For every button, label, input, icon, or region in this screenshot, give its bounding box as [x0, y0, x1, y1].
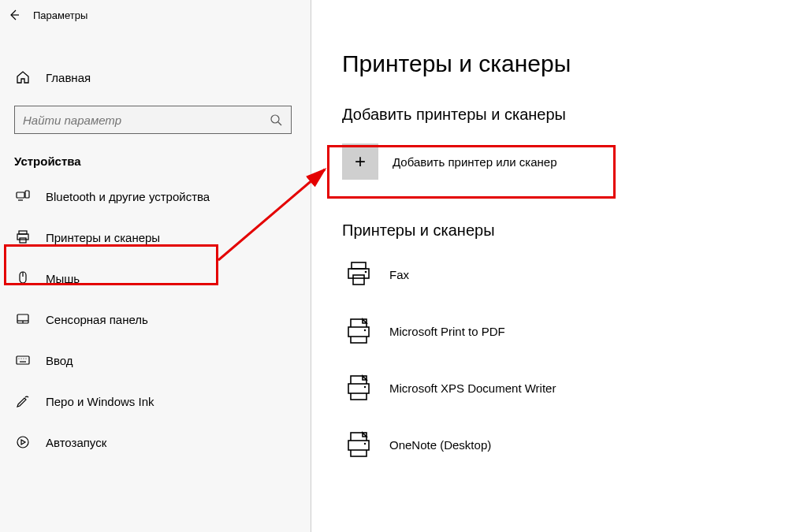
sidebar-item-label: Bluetooth и другие устройства — [46, 190, 210, 203]
home-icon — [14, 69, 32, 86]
svg-rect-13 — [17, 356, 29, 364]
autoplay-icon — [14, 433, 32, 451]
bluetooth-devices-icon — [14, 188, 32, 205]
add-printer-label: Добавить принтер или сканер — [393, 155, 557, 169]
page-title: Принтеры и сканеры — [342, 50, 789, 77]
sidebar-item-label: Принтеры и сканеры — [46, 231, 160, 244]
sidebar-item-label: Автозапуск — [46, 436, 106, 449]
printer-item-fax[interactable]: Fax — [342, 246, 789, 303]
svg-point-23 — [365, 271, 367, 273]
svg-rect-22 — [353, 275, 364, 285]
mouse-icon — [14, 270, 32, 287]
svg-point-17 — [25, 358, 26, 359]
keyboard-icon — [14, 352, 32, 369]
svg-rect-25 — [348, 327, 369, 337]
search-input[interactable] — [23, 113, 259, 127]
sidebar-item-bluetooth[interactable]: Bluetooth и другие устройства — [0, 176, 311, 217]
titlebar: Параметры — [0, 3, 311, 27]
touchpad-icon — [14, 311, 32, 328]
sidebar-item-label: Ввод — [46, 354, 73, 367]
printer-pdf-icon — [342, 314, 375, 348]
sidebar-item-mouse[interactable]: Мышь — [0, 258, 311, 299]
svg-rect-3 — [25, 191, 29, 198]
add-section-heading: Добавить принтеры и сканеры — [342, 106, 789, 124]
svg-rect-6 — [17, 234, 28, 240]
sidebar-item-touchpad[interactable]: Сенсорная панель — [0, 299, 311, 340]
svg-rect-28 — [348, 384, 369, 393]
printer-item-pdf[interactable]: Microsoft Print to PDF — [342, 303, 789, 359]
printer-label: Microsoft XPS Document Writer — [389, 381, 556, 395]
search-box[interactable] — [14, 106, 292, 134]
sidebar-item-label: Перо и Windows Ink — [46, 395, 154, 408]
printer-onenote-icon — [342, 428, 375, 461]
content-pane: Принтеры и сканеры Добавить принтеры и с… — [312, 0, 789, 532]
pen-icon — [14, 392, 32, 410]
svg-rect-7 — [20, 238, 26, 243]
printer-label: OneNote (Desktop) — [389, 438, 491, 452]
sidebar: Параметры Главная Устройства Bluetooth и… — [0, 0, 311, 532]
printer-item-onenote[interactable]: OneNote (Desktop) — [342, 416, 789, 473]
svg-rect-31 — [348, 441, 369, 450]
svg-point-16 — [23, 358, 24, 359]
svg-rect-5 — [19, 231, 27, 234]
svg-point-0 — [271, 115, 279, 123]
printer-label: Fax — [389, 268, 409, 281]
section-heading: Устройства — [0, 154, 311, 168]
svg-point-19 — [17, 437, 28, 448]
home-label: Главная — [46, 71, 91, 84]
search-icon — [269, 113, 283, 127]
svg-point-15 — [20, 358, 21, 359]
svg-point-14 — [18, 358, 19, 359]
home-nav[interactable]: Главная — [0, 60, 311, 95]
sidebar-item-label: Мышь — [46, 272, 80, 285]
svg-rect-20 — [352, 262, 366, 269]
arrow-left-icon — [8, 9, 20, 21]
svg-point-26 — [364, 329, 366, 331]
sidebar-item-pen[interactable]: Перо и Windows Ink — [0, 381, 311, 422]
svg-rect-2 — [17, 192, 24, 198]
fax-icon — [342, 258, 375, 291]
printer-label: Microsoft Print to PDF — [389, 325, 505, 338]
plus-icon: + — [342, 143, 378, 180]
window-title: Параметры — [33, 9, 87, 21]
add-printer-button[interactable]: + Добавить принтер или сканер — [342, 140, 626, 184]
printers-list-heading: Принтеры и сканеры — [342, 221, 789, 240]
svg-point-29 — [364, 386, 366, 388]
back-button[interactable] — [5, 6, 24, 24]
sidebar-item-autoplay[interactable]: Автозапуск — [0, 422, 311, 463]
printer-icon — [14, 229, 32, 246]
printer-xps-icon — [342, 371, 375, 404]
svg-rect-21 — [348, 269, 369, 278]
sidebar-item-typing[interactable]: Ввод — [0, 340, 311, 381]
sidebar-item-label: Сенсорная панель — [46, 313, 148, 326]
printer-item-xps[interactable]: Microsoft XPS Document Writer — [342, 359, 789, 416]
sidebar-item-printers[interactable]: Принтеры и сканеры — [0, 217, 311, 258]
svg-point-32 — [364, 443, 366, 445]
svg-line-1 — [278, 122, 281, 125]
